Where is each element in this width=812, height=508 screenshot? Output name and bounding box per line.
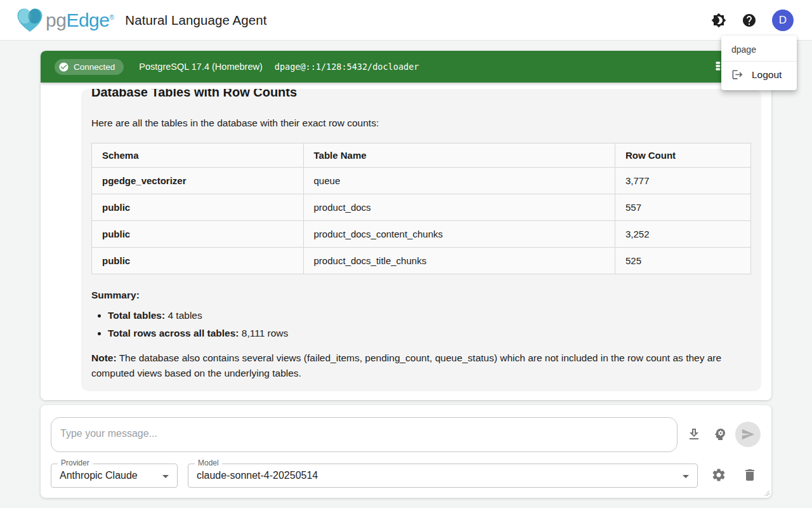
column-header-table-name: Table Name xyxy=(303,144,615,168)
brightness-icon xyxy=(711,13,726,28)
check-circle-icon xyxy=(58,62,69,72)
row-counts-table: Schema Table Name Row Count pgedge_vecto… xyxy=(91,143,751,274)
help-icon xyxy=(742,13,757,28)
cell-table-name: product_docs xyxy=(303,194,615,221)
message-input[interactable] xyxy=(51,417,678,452)
cell-schema: public xyxy=(92,248,304,274)
chat-card: Connected PostgreSQL 17.4 (Homebrew) dpa… xyxy=(41,51,771,400)
cell-table-name: queue xyxy=(303,168,615,194)
send-icon xyxy=(741,427,755,441)
server-version-label: PostgreSQL 17.4 (Homebrew) xyxy=(139,62,263,72)
message-note: Note: The database also contains several… xyxy=(91,351,751,381)
settings-button[interactable] xyxy=(711,467,726,483)
table-header-row: Schema Table Name Row Count xyxy=(92,144,751,168)
resize-grip[interactable] xyxy=(764,490,769,496)
connection-bar: Connected PostgreSQL 17.4 (Homebrew) dpa… xyxy=(41,51,771,83)
table-row: public product_docs_content_chunks 3,252 xyxy=(92,221,751,248)
connection-status-label: Connected xyxy=(74,62,115,72)
gear-icon xyxy=(711,467,726,483)
pgedge-heart-icon xyxy=(15,7,44,34)
help-button[interactable] xyxy=(742,13,757,28)
cell-row-count: 525 xyxy=(615,248,750,274)
menu-username: dpage xyxy=(721,39,797,61)
pgedge-logotype: pgEdge® xyxy=(46,11,114,30)
logout-label: Logout xyxy=(752,69,782,81)
logout-menu-item[interactable]: Logout xyxy=(721,62,797,88)
page-title: Natural Language Agent xyxy=(125,13,266,28)
summary-heading: Summary: xyxy=(91,288,751,302)
table-row: pgedge_vectorizer queue 3,777 xyxy=(92,168,751,194)
provider-select[interactable]: Provider Anthropic Claude xyxy=(51,464,178,488)
assistant-message-bubble: Database Tables with Row Counts Here are… xyxy=(81,89,761,391)
column-header-schema: Schema xyxy=(92,144,304,168)
model-select-value: claude-sonnet-4-20250514 xyxy=(197,464,318,487)
summary-item: Total rows across all tables: 8,111 rows xyxy=(108,326,751,340)
psychology-icon xyxy=(712,427,728,442)
pgedge-logo: pgEdge® xyxy=(15,7,114,34)
page: pgEdge® Natural Language Agent D dpage L… xyxy=(0,0,812,508)
summary-list: Total tables: 4 tables Total rows across… xyxy=(91,309,751,340)
chevron-down-icon xyxy=(678,469,693,484)
app-header: pgEdge® Natural Language Agent D xyxy=(0,0,812,41)
trash-icon xyxy=(742,467,757,483)
messages-area: Database Tables with Row Counts Here are… xyxy=(41,89,771,400)
provider-select-value: Anthropic Claude xyxy=(60,464,138,487)
cell-schema: public xyxy=(92,194,304,221)
send-button[interactable] xyxy=(735,422,761,447)
column-header-row-count: Row Count xyxy=(615,144,750,168)
model-select[interactable]: Model claude-sonnet-4-20250514 xyxy=(188,464,698,488)
cell-row-count: 3,777 xyxy=(615,168,750,194)
table-row: public product_docs_title_chunks 525 xyxy=(92,248,751,274)
user-menu: dpage Logout xyxy=(721,36,797,90)
table-row: public product_docs 557 xyxy=(92,194,751,221)
message-heading: Database Tables with Row Counts xyxy=(91,89,751,101)
cell-table-name: product_docs_content_chunks xyxy=(303,221,615,248)
cell-table-name: product_docs_title_chunks xyxy=(303,248,615,274)
user-avatar[interactable]: D xyxy=(772,10,794,31)
header-icons: D xyxy=(711,10,794,31)
cell-schema: public xyxy=(92,221,304,248)
composer-card: Provider Anthropic Claude Model claude-s… xyxy=(41,405,771,498)
chevron-down-icon xyxy=(158,469,173,484)
download-button[interactable] xyxy=(686,427,702,442)
cell-row-count: 3,252 xyxy=(615,221,750,248)
summary-item: Total tables: 4 tables xyxy=(108,309,751,323)
download-icon xyxy=(686,427,702,442)
cell-schema: pgedge_vectorizer xyxy=(92,168,304,194)
theme-toggle-button[interactable] xyxy=(711,13,726,28)
clear-chat-button[interactable] xyxy=(742,467,757,483)
cell-row-count: 557 xyxy=(615,194,750,221)
logout-icon xyxy=(731,69,743,81)
connection-dsn: dpage@::1/128:5432/docloader xyxy=(275,62,419,72)
connection-status-badge: Connected xyxy=(55,59,124,75)
thinking-mode-button[interactable] xyxy=(712,427,728,442)
message-intro: Here are all the tables in the database … xyxy=(91,116,751,130)
